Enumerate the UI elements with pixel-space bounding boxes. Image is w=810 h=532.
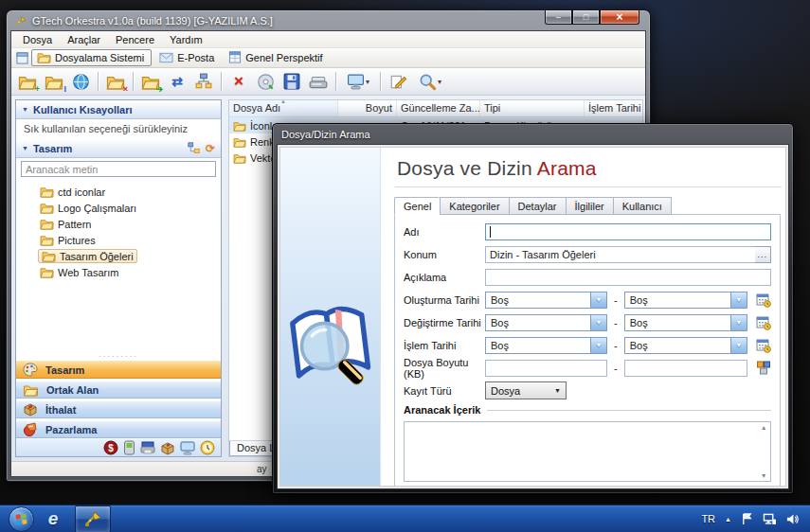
clock-icon[interactable] bbox=[200, 440, 215, 455]
menu-dosya[interactable]: Dosya bbox=[15, 33, 60, 46]
tab-genel-perspektif[interactable]: Genel Perspektif bbox=[224, 50, 329, 65]
modified-from-combo[interactable]: Boş▾ bbox=[485, 314, 607, 331]
taskbar-ie-button[interactable]: e bbox=[34, 505, 72, 532]
tree-view-icon[interactable] bbox=[188, 142, 200, 154]
computer-menu-button[interactable]: ▾ bbox=[342, 70, 374, 93]
sidebar-item-ortak-alan[interactable]: Ortak Alan bbox=[16, 381, 221, 399]
tree-structure-icon[interactable] bbox=[192, 70, 215, 93]
package-icon[interactable] bbox=[160, 441, 175, 455]
dialog-heading: Dosya ve Dizin Arama bbox=[397, 157, 783, 180]
delete-icon[interactable]: × bbox=[227, 70, 250, 93]
grid-window-icon bbox=[228, 51, 242, 63]
delete-folder-icon[interactable]: × bbox=[104, 70, 127, 93]
content-group-label: Aranacak İçerik bbox=[404, 404, 480, 416]
search-menu-button[interactable]: ▾ bbox=[413, 70, 447, 93]
close-button[interactable]: × bbox=[600, 10, 639, 25]
minimize-button[interactable]: – bbox=[545, 10, 572, 25]
search-content-textarea[interactable]: ▲ ▼ bbox=[404, 421, 771, 482]
tray-expand-icon[interactable]: ▲ bbox=[725, 516, 731, 523]
chevron-down-icon[interactable]: ▾ bbox=[730, 338, 747, 353]
location-field[interactable]: Dizin - Tasarım Öğeleri bbox=[485, 246, 755, 263]
column-header-updated[interactable]: Güncelleme Za... bbox=[397, 100, 480, 116]
burn-cd-icon[interactable] bbox=[254, 70, 277, 93]
taskbar-orkestra-button[interactable] bbox=[75, 505, 111, 532]
sidebar-item-pazarlama[interactable]: Pazarlama bbox=[16, 420, 221, 438]
sidebar-item-tasarim[interactable]: Tasarım bbox=[16, 361, 221, 379]
menu-pencere[interactable]: Pencere bbox=[108, 33, 162, 46]
save-icon[interactable] bbox=[280, 70, 303, 93]
calendar-icon[interactable] bbox=[756, 315, 771, 330]
filesize-from-field[interactable] bbox=[485, 360, 607, 377]
tree-item-pattern[interactable]: Pattern bbox=[16, 216, 221, 232]
phone-icon[interactable] bbox=[123, 440, 135, 455]
created-to-combo[interactable]: Boş▾ bbox=[624, 292, 747, 309]
network-icon[interactable] bbox=[763, 513, 777, 525]
scroll-up-icon[interactable]: ▲ bbox=[761, 424, 767, 431]
rename-folder-icon[interactable]: I bbox=[43, 70, 65, 93]
chevron-down-icon[interactable]: ▾ bbox=[590, 293, 606, 308]
scroll-down-icon[interactable]: ▼ bbox=[761, 472, 767, 479]
chevron-down-icon[interactable]: ▾ bbox=[730, 293, 747, 308]
move-folder-icon[interactable]: ➔ bbox=[139, 70, 162, 93]
shortcuts-header[interactable]: ▼ Kullanıcı Kısayolları bbox=[16, 100, 221, 119]
description-field[interactable] bbox=[485, 269, 771, 286]
tree-item-web-tasarim[interactable]: Web Tasarım bbox=[16, 264, 221, 280]
swap-icon[interactable]: ⇄ bbox=[166, 70, 189, 93]
tab-label: Dosyalama Sistemi bbox=[55, 52, 144, 63]
language-indicator[interactable]: TR bbox=[701, 513, 715, 524]
column-header-name[interactable]: Dosya Adı▲ bbox=[229, 100, 338, 116]
speaker-icon[interactable] bbox=[786, 513, 799, 525]
scan-icon[interactable] bbox=[307, 70, 330, 93]
calendar-icon[interactable] bbox=[756, 293, 771, 308]
size-icon[interactable] bbox=[756, 361, 771, 375]
column-header-type[interactable]: Tipi bbox=[480, 100, 585, 116]
tab-ilgililer[interactable]: İlgililer bbox=[566, 197, 613, 215]
created-from-combo[interactable]: Boş▾ bbox=[485, 292, 607, 309]
dialog-main: Dosya ve Dizin Arama Genel Kategoriler D… bbox=[381, 148, 786, 486]
dialog-title: Dosya/Dizin Arama bbox=[281, 129, 370, 140]
name-field[interactable] bbox=[485, 223, 771, 240]
new-folder-icon[interactable]: + bbox=[16, 70, 39, 93]
tree-item-logo-calismalari[interactable]: Logo Çalışmaları bbox=[16, 200, 221, 216]
action-center-flag-icon[interactable] bbox=[741, 513, 753, 525]
toolbar-separator bbox=[335, 72, 336, 91]
tab-detaylar[interactable]: Detaylar bbox=[509, 197, 566, 215]
column-header-action-date[interactable]: İşlem Tarihi bbox=[585, 100, 642, 116]
tree-item-ctd-iconlar[interactable]: ctd iconlar bbox=[16, 184, 221, 200]
splitter-handle[interactable]: ········· bbox=[16, 352, 221, 361]
browse-button[interactable]: ... bbox=[755, 246, 771, 263]
sidebar-search-input[interactable] bbox=[21, 161, 216, 177]
filesize-to-field[interactable] bbox=[624, 360, 747, 377]
collapse-icon: ▼ bbox=[22, 145, 28, 151]
calendar-icon[interactable] bbox=[756, 338, 771, 353]
tab-dosyalama-sistemi[interactable]: Dosyalama Sistemi bbox=[31, 49, 152, 66]
edit-icon[interactable] bbox=[387, 70, 409, 93]
printer-icon[interactable] bbox=[140, 440, 155, 455]
menu-yardim[interactable]: Yardım bbox=[162, 33, 210, 46]
menu-araclar[interactable]: Araçlar bbox=[60, 33, 108, 46]
computer-icon[interactable] bbox=[180, 441, 195, 455]
chevron-down-icon[interactable]: ▾ bbox=[590, 315, 606, 330]
sidebar-item-ithalat[interactable]: İthalat bbox=[16, 400, 221, 418]
tree-item-pictures[interactable]: Pictures bbox=[16, 232, 221, 248]
tab-kategoriler[interactable]: Kategoriler bbox=[440, 197, 508, 215]
chevron-down-icon[interactable]: ▾ bbox=[590, 338, 606, 353]
dialog-titlebar[interactable]: Dosya/Dizin Arama bbox=[273, 124, 793, 144]
column-header-size[interactable]: Boyut bbox=[338, 100, 397, 116]
start-button[interactable] bbox=[9, 506, 34, 532]
chevron-down-icon[interactable]: ▾ bbox=[730, 315, 747, 330]
action-to-combo[interactable]: Boş▾ bbox=[624, 337, 747, 354]
tab-e-posta[interactable]: E-Posta bbox=[154, 51, 221, 65]
maximize-button[interactable]: □ bbox=[572, 10, 600, 25]
refresh-icon[interactable]: ⟳ bbox=[206, 142, 215, 155]
tab-genel[interactable]: Genel bbox=[394, 197, 440, 215]
perspective-icon[interactable] bbox=[16, 52, 28, 64]
design-section-header[interactable]: ▼ Tasarım ⟳ bbox=[16, 139, 221, 158]
record-type-combo[interactable]: Dosya▼ bbox=[485, 381, 567, 399]
tab-kullanici[interactable]: Kullanıcı bbox=[613, 197, 672, 215]
finance-icon[interactable]: $ bbox=[103, 440, 118, 455]
web-folder-icon[interactable] bbox=[69, 70, 92, 93]
modified-to-combo[interactable]: Boş▾ bbox=[624, 314, 747, 331]
tree-item-tasarim-ogeleri[interactable]: Tasarım Öğeleri bbox=[16, 248, 221, 264]
action-from-combo[interactable]: Boş▾ bbox=[485, 337, 607, 354]
